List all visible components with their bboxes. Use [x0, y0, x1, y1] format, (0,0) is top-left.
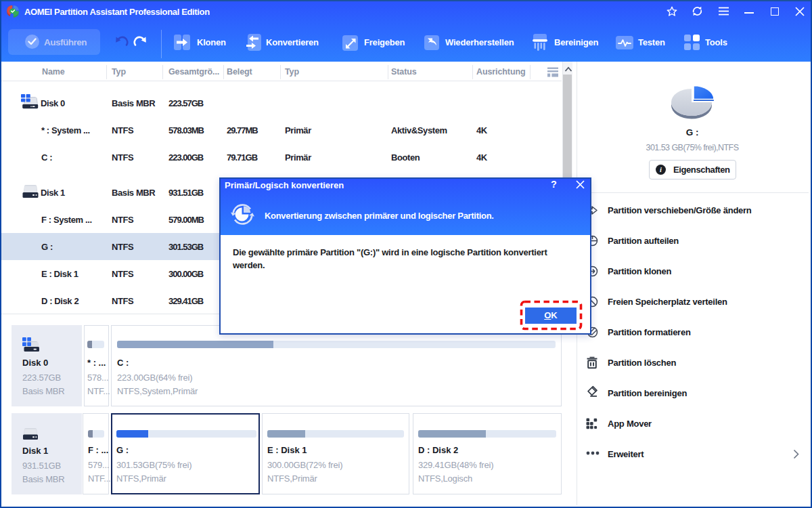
svg-text:i: i: [660, 166, 662, 173]
